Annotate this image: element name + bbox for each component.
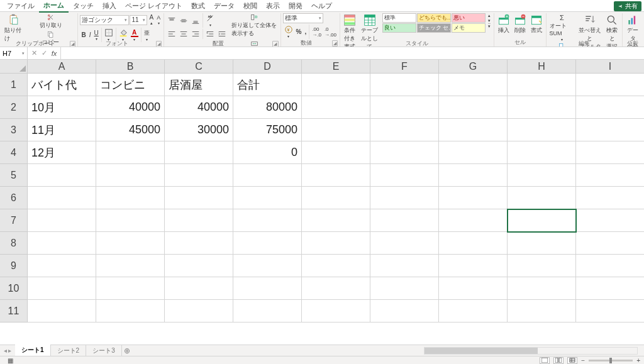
cell-F7[interactable] <box>370 209 439 232</box>
cell-E11[interactable] <box>302 300 370 323</box>
wrap-text-button[interactable]: 折り返して全体を表示する <box>230 13 278 38</box>
view-normal-button[interactable] <box>540 357 550 364</box>
cell-E3[interactable] <box>302 119 370 141</box>
tab-developer[interactable]: 開発 <box>284 0 307 12</box>
cell-H4[interactable] <box>508 141 576 164</box>
cell-I10[interactable] <box>576 277 644 300</box>
sheet-tab-2[interactable]: シート2 <box>51 345 87 356</box>
cell-A4[interactable]: 12月 <box>28 141 96 164</box>
decrease-decimal-button[interactable]: .0→.00 <box>323 26 338 38</box>
autosum-button[interactable]: Σオート SUM▾ <box>548 13 576 42</box>
cell-C7[interactable] <box>165 209 233 232</box>
cell-H7[interactable] <box>508 209 576 232</box>
tab-help[interactable]: ヘルプ <box>307 0 336 12</box>
comma-button[interactable]: , <box>303 28 308 36</box>
cell-B1[interactable]: コンビニ <box>96 74 165 96</box>
cell-H6[interactable] <box>508 187 576 209</box>
name-box[interactable]: H7▾ <box>0 47 28 59</box>
cell-D8[interactable] <box>233 232 302 255</box>
cell-E10[interactable] <box>302 277 370 300</box>
alignment-launcher[interactable]: ◢ <box>272 41 278 47</box>
cell-G9[interactable] <box>439 255 508 277</box>
cell-E9[interactable] <box>302 255 370 277</box>
select-all-corner[interactable] <box>0 60 28 74</box>
zoom-slider[interactable] <box>589 360 633 361</box>
delete-cells-button[interactable]: 削除 <box>513 13 528 35</box>
paste-button[interactable]: 貼り付け <box>3 13 25 43</box>
cell-B2[interactable]: 40000 <box>96 96 165 119</box>
tab-view[interactable]: 表示 <box>262 0 284 12</box>
cell-E6[interactable] <box>302 187 370 209</box>
cell-I6[interactable] <box>576 187 644 209</box>
cell-C9[interactable] <box>165 255 233 277</box>
cell-A3[interactable]: 11月 <box>28 119 96 141</box>
style-check[interactable]: チェック セ… <box>417 23 451 33</box>
row-header-1[interactable]: 1 <box>0 74 28 96</box>
cell-C4[interactable] <box>165 141 233 164</box>
row-header-9[interactable]: 9 <box>0 255 28 277</box>
zoom-out-button[interactable]: − <box>581 357 585 364</box>
cell-H3[interactable] <box>508 119 576 141</box>
number-launcher[interactable]: ◢ <box>332 40 338 47</box>
font-size-combo[interactable]: 11▾ <box>130 15 147 25</box>
cell-C6[interactable] <box>165 187 233 209</box>
cell-G2[interactable] <box>439 96 508 119</box>
increase-font-button[interactable]: A▴ <box>148 13 155 26</box>
cell-I9[interactable] <box>576 255 644 277</box>
align-right-button[interactable] <box>190 29 201 39</box>
align-bottom-button[interactable] <box>190 16 201 26</box>
cell-A5[interactable] <box>28 164 96 187</box>
cell-C2[interactable]: 40000 <box>165 96 233 119</box>
row-header-4[interactable]: 4 <box>0 141 28 164</box>
row-header-2[interactable]: 2 <box>0 96 28 119</box>
accounting-button[interactable]: ¥▾ <box>283 25 294 39</box>
cell-C1[interactable]: 居酒屋 <box>165 74 233 96</box>
cell-H5[interactable] <box>508 164 576 187</box>
cell-G3[interactable] <box>439 119 508 141</box>
cell-E1[interactable] <box>302 74 370 96</box>
column-header-B[interactable]: B <box>96 60 165 74</box>
fx-icon[interactable]: fx <box>50 50 58 57</box>
cell-A8[interactable] <box>28 232 96 255</box>
cell-D10[interactable] <box>233 277 302 300</box>
cell-B9[interactable] <box>96 255 165 277</box>
cell-H10[interactable] <box>508 277 576 300</box>
cell-B7[interactable] <box>96 209 165 232</box>
cell-A10[interactable] <box>28 277 96 300</box>
cell-C3[interactable]: 30000 <box>165 119 233 141</box>
sheet-nav-prev[interactable]: ▸ <box>8 347 11 354</box>
indent-increase-button[interactable] <box>216 29 228 39</box>
tab-review[interactable]: 校閲 <box>239 0 262 12</box>
cell-I4[interactable] <box>576 141 644 164</box>
cell-F10[interactable] <box>370 277 439 300</box>
column-header-E[interactable]: E <box>302 60 370 74</box>
cell-B10[interactable] <box>96 277 165 300</box>
increase-decimal-button[interactable]: .00→.0 <box>311 26 323 38</box>
column-header-C[interactable]: C <box>165 60 233 74</box>
cancel-formula-icon[interactable]: ✕ <box>30 49 38 57</box>
tab-touch[interactable]: タッチ <box>69 0 98 12</box>
zoom-in-button[interactable]: + <box>636 357 640 364</box>
sheet-tab-1[interactable]: シート1 <box>15 345 51 357</box>
italic-button[interactable]: I <box>88 31 92 39</box>
cell-F11[interactable] <box>370 300 439 323</box>
cell-H8[interactable] <box>508 232 576 255</box>
row-header-3[interactable]: 3 <box>0 119 28 141</box>
cell-D4[interactable]: 0 <box>233 141 302 164</box>
cell-C11[interactable] <box>165 300 233 323</box>
view-pagelayout-button[interactable] <box>553 357 564 364</box>
cell-B3[interactable]: 45000 <box>96 119 165 141</box>
tab-home[interactable]: ホーム <box>39 0 69 13</box>
cell-F8[interactable] <box>370 232 439 255</box>
align-top-button[interactable] <box>166 16 177 26</box>
cell-A6[interactable] <box>28 187 96 209</box>
column-header-H[interactable]: H <box>508 60 576 74</box>
cell-I1[interactable] <box>576 74 644 96</box>
row-header-8[interactable]: 8 <box>0 232 28 255</box>
tab-file[interactable]: ファイル <box>3 0 39 12</box>
tab-formulas[interactable]: 数式 <box>187 0 209 12</box>
style-bad[interactable]: 悪い <box>452 13 486 23</box>
cell-I7[interactable] <box>576 209 644 232</box>
number-format-combo[interactable]: 標準▾ <box>283 13 323 23</box>
style-which[interactable]: どちらでも… <box>417 13 451 23</box>
